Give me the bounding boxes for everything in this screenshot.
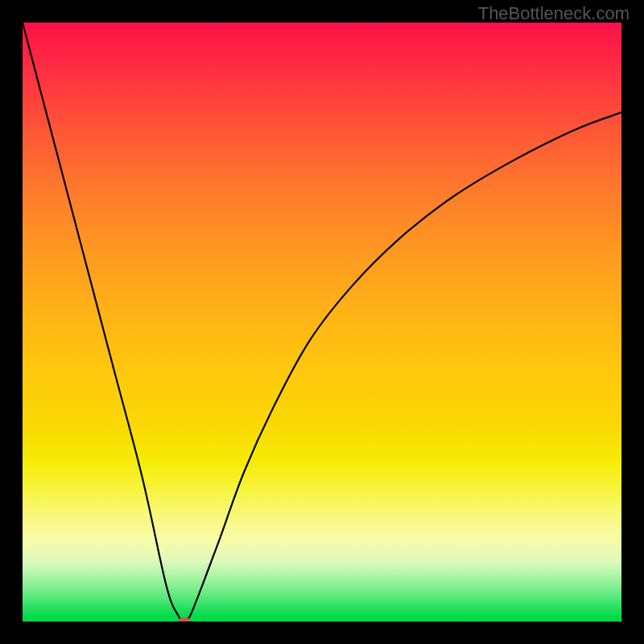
chart-plot-area [23, 23, 621, 621]
bottleneck-curve [23, 23, 621, 621]
minimum-marker [178, 617, 190, 621]
watermark-text: TheBottleneck.com [478, 3, 630, 24]
curve-svg [23, 23, 621, 621]
